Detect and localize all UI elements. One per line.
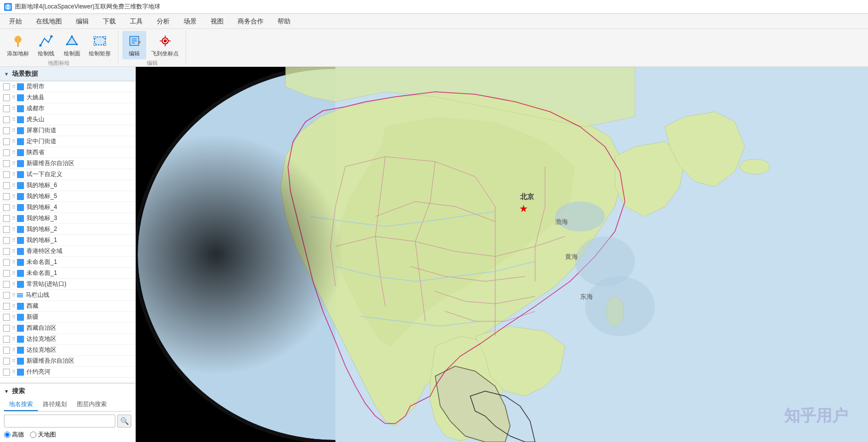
source-tianditu-label[interactable]: 天地图 — [30, 431, 56, 439]
scene-list-item[interactable]: ⠿大姚县 — [0, 92, 135, 103]
drag-handle-icon[interactable]: ⠿ — [12, 281, 15, 287]
tab-layer-search[interactable]: 图层内搜索 — [72, 399, 112, 411]
scene-list-item[interactable]: ⠿虎头山 — [0, 114, 135, 125]
scene-item-checkbox[interactable] — [3, 94, 10, 101]
scene-list-item[interactable]: ⠿西藏 — [0, 301, 135, 312]
drag-handle-icon[interactable]: ⠿ — [12, 325, 15, 331]
drag-handle-icon[interactable]: ⠿ — [12, 128, 15, 133]
drag-handle-icon[interactable]: ⠿ — [12, 369, 15, 375]
tab-place-search[interactable]: 地名搜索 — [4, 399, 38, 411]
scene-list-item[interactable]: ⠿我的地标_3 — [0, 213, 135, 224]
scene-item-checkbox[interactable] — [3, 149, 10, 156]
draw-rect-button[interactable]: 绘制矩形 — [86, 31, 114, 59]
scene-list-item[interactable]: ⠿香港特区全域 — [0, 246, 135, 257]
drag-handle-icon[interactable]: ⠿ — [12, 358, 15, 364]
scene-list-item[interactable]: ⠿屏寨门街道 — [0, 125, 135, 136]
drag-handle-icon[interactable]: ⠿ — [12, 248, 15, 254]
draw-line-button[interactable]: 绘制线 — [34, 31, 58, 59]
scene-item-checkbox[interactable] — [3, 314, 10, 321]
scene-item-checkbox[interactable] — [3, 281, 10, 288]
menu-item-在线地图[interactable]: 在线地图 — [29, 15, 69, 28]
scene-list-item[interactable]: ⠿试一下自定义 — [0, 169, 135, 180]
menu-item-分析[interactable]: 分析 — [150, 15, 177, 28]
drag-handle-icon[interactable]: ⠿ — [12, 347, 15, 353]
scene-list-item[interactable]: ⠿达拉克地区 — [0, 345, 135, 356]
scene-item-checkbox[interactable] — [3, 226, 10, 233]
draw-surface-button[interactable]: 绘制面 — [60, 31, 84, 59]
drag-handle-icon[interactable]: ⠿ — [12, 216, 15, 221]
scene-item-checkbox[interactable] — [3, 237, 10, 244]
scene-list-item[interactable]: ⠿昆明市 — [0, 81, 135, 92]
scene-list-item[interactable]: ⠿新疆维吾尔自治区 — [0, 356, 135, 367]
scene-item-checkbox[interactable] — [3, 336, 10, 343]
scene-list-item[interactable]: ⠿达拉克地区 — [0, 334, 135, 345]
drag-handle-icon[interactable]: ⠿ — [12, 95, 15, 100]
scene-item-checkbox[interactable] — [3, 369, 10, 376]
menu-item-场景[interactable]: 场景 — [177, 15, 204, 28]
edit-button[interactable]: 编辑 — [122, 31, 146, 59]
scene-item-checkbox[interactable] — [3, 138, 10, 145]
drag-handle-icon[interactable]: ⠿ — [12, 194, 15, 199]
scene-item-checkbox[interactable] — [3, 270, 10, 277]
scene-list-item[interactable]: ⠿西藏自治区 — [0, 323, 135, 334]
tab-route-plan[interactable]: 路径规划 — [38, 399, 72, 411]
search-button[interactable]: 🔍 — [117, 415, 131, 428]
source-tianditu-radio[interactable] — [30, 432, 36, 438]
scene-item-checkbox[interactable] — [3, 358, 10, 365]
drag-handle-icon[interactable]: ⠿ — [12, 270, 15, 276]
drag-handle-icon[interactable]: ⠿ — [12, 106, 15, 111]
scene-list-item[interactable]: ⠿我的地标_6 — [0, 180, 135, 191]
drag-handle-icon[interactable]: ⠿ — [12, 172, 15, 177]
scene-list-item[interactable]: ⠿我的地标_4 — [0, 202, 135, 213]
scene-item-checkbox[interactable] — [3, 160, 10, 167]
scene-list-item[interactable]: ⠿未命名面_1 — [0, 257, 135, 268]
scene-list-item[interactable]: ⠿常营站(进站口) — [0, 279, 135, 290]
search-panel-header[interactable]: ▼ 搜索 — [4, 387, 131, 396]
scene-list-item[interactable]: ⠿新疆 — [0, 312, 135, 323]
menu-item-开始[interactable]: 开始 — [2, 15, 29, 28]
scene-item-checkbox[interactable] — [3, 193, 10, 200]
fly-to-button[interactable]: 飞到坐标点 — [148, 31, 182, 59]
scene-list-item[interactable]: ⠿我的地标_2 — [0, 224, 135, 235]
drag-handle-icon[interactable]: ⠿ — [12, 161, 15, 166]
scene-list-item[interactable]: ⠿陕西省 — [0, 147, 135, 158]
scene-list-item[interactable]: ⠿成都市 — [0, 103, 135, 114]
scene-list-item[interactable]: ⠿我的地标_1 — [0, 235, 135, 246]
scene-item-checkbox[interactable] — [3, 83, 10, 90]
scene-item-checkbox[interactable] — [3, 325, 10, 332]
scene-list-item[interactable]: ⠿什约亮河 — [0, 367, 135, 378]
drag-handle-icon[interactable]: ⠿ — [12, 336, 15, 342]
source-gaode-label[interactable]: 高德 — [4, 431, 24, 439]
scene-item-checkbox[interactable] — [3, 105, 10, 112]
drag-handle-icon[interactable]: ⠿ — [12, 303, 15, 309]
source-gaode-radio[interactable] — [4, 432, 10, 438]
drag-handle-icon[interactable]: ⠿ — [12, 150, 15, 155]
scene-item-checkbox[interactable] — [3, 248, 10, 255]
menu-item-帮助[interactable]: 帮助 — [271, 15, 297, 28]
scene-list-item[interactable]: ⠿定中门街道 — [0, 136, 135, 147]
scene-list-item[interactable]: ⠿我的地标_5 — [0, 191, 135, 202]
drag-handle-icon[interactable]: ⠿ — [12, 237, 15, 243]
drag-handle-icon[interactable]: ⠿ — [12, 205, 15, 210]
drag-handle-icon[interactable]: ⠿ — [12, 139, 15, 144]
scene-item-checkbox[interactable] — [3, 259, 10, 266]
menu-item-视图[interactable]: 视图 — [204, 15, 231, 28]
scene-item-checkbox[interactable] — [3, 127, 10, 134]
scene-item-checkbox[interactable] — [3, 116, 10, 123]
scene-item-checkbox[interactable] — [3, 347, 10, 354]
scene-panel-header[interactable]: ▼ 场景数据 — [0, 67, 135, 81]
scene-item-checkbox[interactable] — [3, 215, 10, 222]
menu-item-下载[interactable]: 下载 — [96, 15, 123, 28]
scene-item-checkbox[interactable] — [3, 292, 10, 299]
map-area[interactable]: 北京 ★ 渤海 黄海 东海 知乎用户 — [136, 67, 868, 442]
drag-handle-icon[interactable]: ⠿ — [12, 314, 15, 320]
scene-item-checkbox[interactable] — [3, 303, 10, 310]
drag-handle-icon[interactable]: ⠿ — [12, 292, 15, 298]
drag-handle-icon[interactable]: ⠿ — [12, 84, 15, 89]
menu-item-商务合作[interactable]: 商务合作 — [231, 15, 271, 28]
drag-handle-icon[interactable]: ⠿ — [12, 259, 15, 265]
scene-list-item[interactable]: ⠿未命名面_1 — [0, 268, 135, 279]
scene-list-item[interactable]: ⠿新疆维吾尔自治区 — [0, 158, 135, 169]
scene-item-checkbox[interactable] — [3, 204, 10, 211]
search-input[interactable] — [4, 415, 115, 428]
